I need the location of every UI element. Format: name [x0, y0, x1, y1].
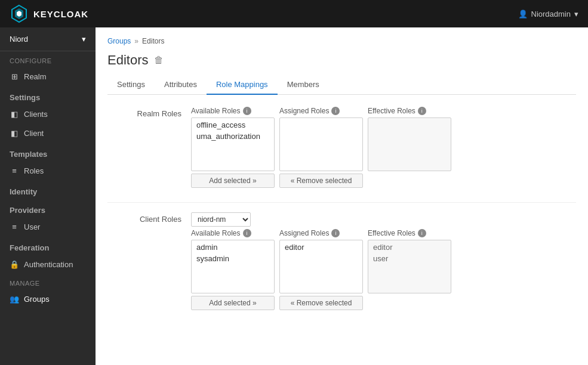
sidebar-item-realm-label: Realm — [24, 72, 47, 81]
client-roles-row: Client Roles niord-nm Available Roles i — [107, 212, 576, 310]
realm-effective-column: Effective Roles i — [368, 107, 451, 171]
realm-available-info-icon[interactable]: i — [243, 107, 251, 115]
sidebar: Niord ▾ Configure ⊞ Realm Settings ◧ Cli… — [0, 27, 96, 365]
realm-available-header: Available Roles i — [191, 107, 275, 115]
client-effective-listbox: editor user — [368, 240, 451, 293]
client-assigned-listbox[interactable]: editor — [279, 240, 363, 293]
clients-icon: ◧ — [10, 109, 19, 119]
delete-group-icon[interactable]: 🗑 — [154, 55, 164, 66]
realm-effective-info-icon[interactable]: i — [418, 107, 426, 115]
keycloak-logo-icon — [10, 4, 29, 23]
tab-settings[interactable]: Settings — [107, 75, 155, 95]
sidebar-item-roles-label: Roles — [24, 166, 44, 175]
realm-roles-grid: Realm Roles Available Roles i offline_ac… — [107, 107, 576, 188]
client-add-selected-button[interactable]: Add selected » — [191, 296, 275, 310]
sidebar-item-user[interactable]: ≡ User — [0, 217, 96, 236]
realm-chevron-icon: ▾ — [82, 35, 86, 44]
brand-name: KEYCLOAK — [33, 9, 88, 19]
sidebar-item-user-label: User — [24, 222, 40, 231]
realm-available-column: Available Roles i offline_access uma_aut… — [191, 107, 275, 188]
breadcrumb-groups-link[interactable]: Groups — [107, 37, 131, 45]
breadcrumb: Groups » Editors — [96, 27, 588, 48]
providers-header-label: Providers — [10, 206, 45, 215]
settings-header-label: Settings — [10, 93, 40, 102]
user-menu[interactable]: 👤 Niordadmin ▾ — [518, 10, 578, 18]
realm-assigned-listbox[interactable] — [279, 117, 363, 171]
list-item[interactable]: uma_authorization — [192, 131, 274, 142]
sidebar-item-groups[interactable]: 👥 Groups — [0, 289, 96, 308]
sidebar-item-client[interactable]: ◧ Client — [0, 123, 96, 143]
groups-icon: 👥 — [10, 294, 19, 304]
list-item: user — [368, 253, 451, 264]
section-divider — [107, 202, 576, 203]
identity-header-label: Identity — [10, 187, 37, 196]
client-select[interactable]: niord-nm — [191, 212, 251, 227]
client-assigned-info-icon[interactable]: i — [331, 229, 340, 237]
user-chevron-icon: ▾ — [574, 10, 578, 18]
sidebar-identity-header: Identity — [0, 180, 96, 199]
client-available-listbox[interactable]: admin sysadmin — [191, 240, 275, 293]
roles-icon: ≡ — [10, 166, 19, 175]
realm-effective-header: Effective Roles i — [368, 107, 451, 115]
manage-section-label: Manage — [0, 274, 96, 289]
client-effective-column: Effective Roles i editor user — [368, 229, 451, 293]
list-item[interactable]: offline_access — [192, 119, 274, 131]
realm-add-selected-button[interactable]: Add selected » — [191, 174, 275, 188]
realm-available-listbox[interactable]: offline_access uma_authorization — [191, 117, 275, 171]
tab-content: Realm Roles Available Roles i offline_ac… — [96, 95, 588, 365]
username-label: Niordadmin — [531, 10, 571, 18]
realm-roles-section: Realm Roles Available Roles i offline_ac… — [107, 107, 576, 188]
client-roles-label: Client Roles — [107, 212, 191, 224]
list-item[interactable]: editor — [280, 242, 362, 253]
client-assigned-header: Assigned Roles i — [279, 229, 363, 237]
tab-role-mappings[interactable]: Role Mappings — [207, 75, 278, 95]
sidebar-item-authentication-label: Authentication — [24, 260, 73, 269]
client-remove-selected-button[interactable]: « Remove selected — [279, 296, 363, 310]
sidebar-item-roles[interactable]: ≡ Roles — [0, 161, 96, 180]
list-item[interactable]: admin — [192, 242, 274, 253]
templates-header-label: Templates — [10, 150, 47, 159]
list-item[interactable]: sysadmin — [192, 253, 274, 264]
client-assigned-column: Assigned Roles i editor « Remove selecte… — [279, 229, 363, 310]
sidebar-item-authentication[interactable]: 🔒 Authentication — [0, 255, 96, 274]
breadcrumb-current: Editors — [142, 37, 164, 45]
page-header: Editors 🗑 — [96, 48, 588, 68]
client-icon: ◧ — [10, 128, 19, 138]
realm-assigned-info-icon[interactable]: i — [331, 107, 340, 115]
tabs-bar: Settings Attributes Role Mappings Member… — [107, 75, 576, 95]
federation-header-label: Federation — [10, 243, 49, 252]
sidebar-templates-header: Templates — [0, 143, 96, 161]
client-available-header: Available Roles i — [191, 229, 275, 237]
page-title: Editors — [107, 52, 148, 68]
user-icon: 👤 — [518, 10, 528, 18]
client-effective-info-icon[interactable]: i — [418, 229, 426, 237]
sidebar-item-clients[interactable]: ◧ Clients — [0, 104, 96, 123]
sidebar-providers-header: Providers — [0, 199, 96, 217]
list-item: editor — [368, 242, 451, 253]
user-icon: ≡ — [10, 222, 19, 231]
authentication-icon: 🔒 — [10, 259, 19, 269]
realm-assigned-header: Assigned Roles i — [279, 107, 363, 115]
tab-attributes[interactable]: Attributes — [155, 75, 207, 95]
brand-area: KEYCLOAK — [10, 4, 88, 23]
breadcrumb-separator: » — [134, 37, 138, 45]
sidebar-federation-header: Federation — [0, 236, 96, 255]
realm-name: Niord — [10, 35, 28, 44]
realm-assigned-column: Assigned Roles i « Remove selected — [279, 107, 363, 188]
realm-effective-listbox — [368, 117, 451, 171]
sidebar-item-realm[interactable]: ⊞ Realm — [0, 67, 96, 86]
client-available-info-icon[interactable]: i — [243, 229, 251, 237]
client-effective-header: Effective Roles i — [368, 229, 451, 237]
configure-section-label: Configure — [0, 51, 96, 67]
realm-remove-selected-button[interactable]: « Remove selected — [279, 174, 363, 188]
realm-icon: ⊞ — [10, 72, 19, 81]
top-navbar: KEYCLOAK 👤 Niordadmin ▾ — [0, 0, 588, 27]
client-roles-content: niord-nm Available Roles i admin — [191, 212, 456, 310]
realm-selector[interactable]: Niord ▾ — [0, 27, 96, 51]
client-available-column: Available Roles i admin sysadmin Add sel… — [191, 229, 275, 310]
sidebar-item-groups-label: Groups — [24, 295, 50, 304]
client-roles-section: Client Roles niord-nm Available Roles i — [107, 212, 576, 310]
tab-members[interactable]: Members — [278, 75, 329, 95]
sidebar-item-client-label: Client — [24, 129, 44, 138]
sidebar-item-clients-label: Clients — [24, 110, 48, 119]
